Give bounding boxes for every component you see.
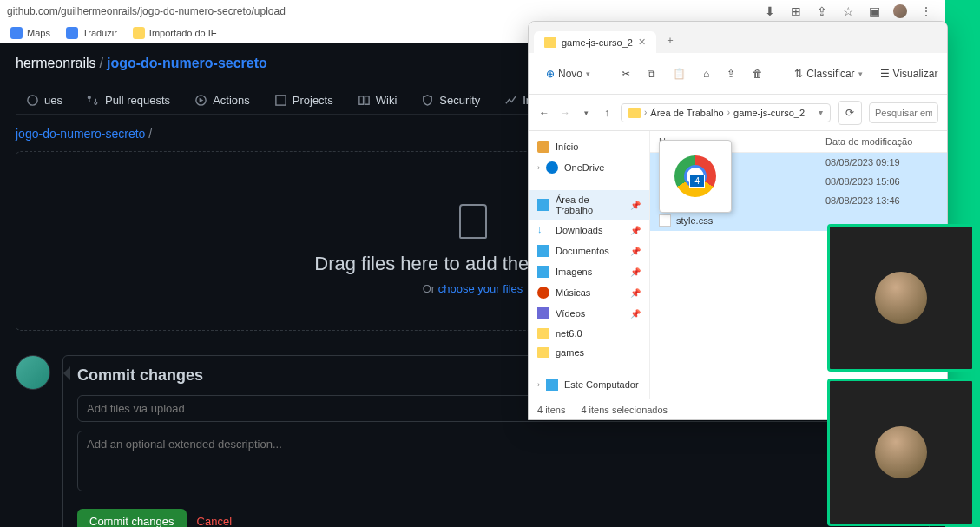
sidebar-item-documents[interactable]: Documentos📌 (529, 240, 649, 261)
pc-icon (546, 379, 558, 391)
copy-button[interactable]: ⧉ (642, 64, 661, 83)
insights-icon (504, 94, 517, 107)
sidebar-item-computer[interactable]: ›Este Computador (529, 374, 649, 395)
sidebar-item-images[interactable]: Imagens📌 (529, 261, 649, 282)
tab-actions[interactable]: Actions (184, 87, 260, 114)
download-icon: ↓ (537, 224, 549, 236)
tab-wiki[interactable]: Wiki (347, 87, 408, 114)
commit-button[interactable]: Commit changes (77, 509, 187, 527)
projects-icon (274, 94, 287, 107)
avatar[interactable] (16, 355, 50, 390)
recent-dropdown[interactable]: ▾ (579, 109, 593, 117)
sidebar-item-desktop[interactable]: Área de Trabalho📌 (529, 190, 649, 220)
images-icon (537, 266, 549, 278)
repo-link[interactable]: jogo-do-numero-secreto (107, 56, 267, 71)
item-count: 4 itens (537, 405, 565, 415)
url-text: github.com/guilhermeonrails/jogo-do-nume… (7, 5, 286, 17)
tab-projects[interactable]: Projects (264, 87, 344, 114)
path-bar[interactable]: › Área de Trabalho › game-js-curso_2 ▾ (621, 103, 831, 122)
delete-button[interactable]: 🗑 (747, 64, 768, 83)
bookmark-item[interactable]: Maps (10, 27, 50, 39)
search-input[interactable] (869, 102, 938, 123)
sidebar-item-downloads[interactable]: ↓Downloads📌 (529, 220, 649, 240)
wiki-icon (358, 94, 371, 107)
install-icon[interactable]: ⬇ (763, 4, 777, 18)
folder-icon (537, 328, 549, 339)
folder-icon (628, 108, 641, 118)
pin-icon: 📌 (630, 267, 641, 277)
tab-issues[interactable]: ues (16, 87, 73, 114)
explorer-sidebar: Início ›OneDrive Área de Trabalho📌 ↓Down… (529, 131, 650, 399)
selection-count: 4 itens selecionados (581, 405, 668, 415)
choose-files-link[interactable]: choose your files (438, 282, 523, 295)
sidebar-item-onedrive[interactable]: ›OneDrive (529, 157, 649, 178)
maps-icon (10, 27, 23, 39)
sort-button[interactable]: ⇅ Classificar ▾ (789, 64, 867, 83)
sidebar-item-folder[interactable]: games (529, 343, 649, 362)
folder-icon (537, 347, 549, 358)
back-button[interactable]: ← (537, 107, 551, 119)
drag-count-badge: 4 (689, 175, 705, 188)
owner-link[interactable]: hermeonrails (16, 56, 95, 71)
new-button[interactable]: ⊕Novo▾ (541, 64, 595, 83)
folder-icon (133, 27, 145, 39)
svg-point-0 (28, 96, 37, 105)
commit-description-input[interactable] (77, 431, 915, 491)
docs-icon (537, 245, 549, 257)
webcam-feed-2 (827, 379, 975, 526)
translate-icon[interactable]: ⊞ (789, 4, 803, 18)
window-icon[interactable]: ▣ (867, 4, 881, 18)
close-icon[interactable]: ✕ (638, 36, 646, 48)
issues-icon (26, 94, 39, 107)
sidebar-item-folder[interactable]: net6.0 (529, 324, 649, 343)
share-icon[interactable]: ⇪ (815, 4, 829, 18)
view-button[interactable]: ☰ Visualizar (875, 64, 944, 83)
upload-repo-link[interactable]: jogo-do-numero-secreto (16, 127, 145, 141)
paste-button: 📋 (668, 64, 691, 83)
col-date-header[interactable]: Data de modificação (825, 136, 938, 147)
tab-pull-requests[interactable]: Pull requests (76, 87, 181, 114)
address-bar[interactable]: github.com/guilhermeonrails/jogo-do-nume… (0, 0, 945, 23)
bookmark-icon[interactable]: ☆ (841, 4, 855, 18)
home-icon (537, 141, 549, 153)
explorer-toolbar: ⊕Novo▾ ✂ ⧉ 📋 ⌂ ⇪ 🗑 ⇅ Classificar ▾ ☰ Vis… (529, 53, 947, 95)
explorer-tabs: game-js-curso_2 ✕ ＋ (529, 22, 947, 53)
refresh-button[interactable]: ⟳ (838, 101, 862, 125)
sidebar-item-music[interactable]: Músicas📌 (529, 282, 649, 303)
explorer-nav: ← → ▾ ↑ › Área de Trabalho › game-js-cur… (529, 95, 947, 131)
pin-icon: 📌 (630, 288, 641, 298)
sidebar-item-videos[interactable]: Vídeos📌 (529, 303, 649, 324)
shield-icon (421, 94, 434, 107)
play-icon (194, 94, 207, 107)
pr-icon (87, 94, 100, 107)
onedrive-icon (546, 161, 558, 174)
forward-button: → (558, 107, 572, 119)
file-icon (459, 204, 487, 239)
bookmark-item[interactable]: Importado do IE (133, 27, 217, 39)
folder-icon (544, 37, 556, 48)
rename-button[interactable]: ⌂ (698, 64, 714, 83)
pin-icon: 📌 (630, 226, 641, 235)
up-button[interactable]: ↑ (600, 107, 614, 119)
share-button[interactable]: ⇪ (721, 64, 740, 83)
pin-icon: 📌 (630, 247, 641, 256)
profile-avatar-icon[interactable] (893, 4, 907, 18)
bookmark-item[interactable]: Traduzir (66, 27, 117, 39)
video-icon (537, 307, 549, 319)
menu-icon[interactable]: ⋮ (919, 4, 933, 18)
css-file-icon (659, 214, 671, 227)
webcam-feed-1 (827, 224, 975, 372)
addr-icons: ⬇ ⊞ ⇪ ☆ ▣ ⋮ (763, 4, 938, 18)
translate-bm-icon (66, 27, 78, 39)
pin-icon: 📌 (630, 201, 641, 210)
music-icon (537, 287, 549, 299)
new-tab-button[interactable]: ＋ (656, 28, 684, 53)
cancel-button[interactable]: Cancel (197, 515, 232, 527)
svg-rect-2 (276, 96, 286, 105)
tab-security[interactable]: Security (411, 87, 490, 114)
drag-ghost: 4 (659, 140, 732, 213)
explorer-tab[interactable]: game-js-curso_2 ✕ (534, 31, 656, 53)
sidebar-item-home[interactable]: Início (529, 136, 649, 157)
cut-button[interactable]: ✂ (616, 64, 635, 83)
pin-icon: 📌 (630, 309, 641, 319)
